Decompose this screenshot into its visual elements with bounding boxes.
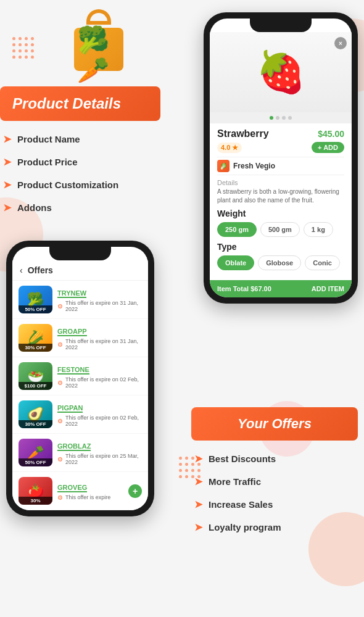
offer-clock-icon-4: ⚙ — [57, 418, 63, 424]
your-offers-section: Your Offers ➤ Best Discounts ➤ More Traf… — [191, 407, 358, 544]
offer-clock-icon: ⚙ — [57, 303, 63, 310]
your-offers-features-list: ➤ Best Discounts ➤ More Traffic ➤ Increa… — [191, 453, 358, 533]
grocery-bag-icon: 🥦🥕 — [68, 9, 130, 71]
your-offers-more-traffic: ➤ More Traffic — [194, 476, 352, 487]
image-dots-indicator — [210, 112, 352, 123]
product-price: $45.00 — [318, 129, 344, 139]
product-image-area: × 🍓 — [210, 32, 352, 112]
offer-badge-groblaz: 50% OFF — [19, 458, 52, 466]
type-pills: Oblate Globose Conic — [217, 255, 344, 270]
offer-content-festone: FESTONE ⚙ This offer is expire on 02 Feb… — [57, 363, 142, 389]
offer-image-groveg: 🍅 30% — [19, 477, 52, 505]
offer-add-button-groveg[interactable]: + — [128, 484, 142, 498]
your-offers-increase-sales: ➤ Increase Sales — [194, 499, 352, 510]
offer-expiry-groapp: ⚙ This offer is expire on 31 Jan, 2022 — [57, 338, 142, 350]
feature-item-customization: ➤ Product Customization — [3, 179, 160, 191]
weight-label: Weight — [217, 209, 344, 218]
offer-content-groblaz: GROBLAZ ⚙ This offer is expire on 25 Mar… — [57, 440, 142, 465]
weight-1kg[interactable]: 1 kg — [304, 222, 333, 237]
offer-expiry-pigpan: ⚙ This offer is expire on 02 Feb, 2022 — [57, 415, 142, 427]
offer-item-pigpan: 🥑 30% OFF PIGPAN ⚙ This offer is expire … — [12, 395, 148, 434]
grocery-icon-area: 🥦🥕 — [0, 0, 167, 86]
chevron-icon-1: ➤ — [3, 133, 11, 145]
offer-image-festone: 🥗 $100 OFF — [19, 362, 52, 390]
chevron-icon-4: ➤ — [3, 202, 11, 213]
product-info-area: Strawberry $45.00 4.0 ★ + ADD 🥬 Fresh Ve… — [210, 123, 352, 280]
dot-3 — [282, 116, 286, 120]
vendor-row: 🥬 Fresh Vegio — [217, 157, 344, 175]
type-oblate[interactable]: Oblate — [217, 255, 254, 270]
type-section: Type Oblate Globose Conic — [217, 242, 344, 270]
feature-item-addons: ➤ Addons — [3, 202, 160, 213]
your-offers-best-discounts: ➤ Best Discounts — [194, 453, 352, 465]
offer-code-trynew: TRYNEW — [57, 289, 86, 298]
feature-item-product-name: ➤ Product Name — [3, 133, 160, 145]
offer-badge-groapp: 30% OFF — [19, 344, 52, 352]
offer-badge-festone: $100 OFF — [19, 382, 52, 390]
offer-code-groveg: GROVEG — [57, 484, 87, 492]
phone-notch — [250, 19, 312, 32]
product-phone-mockup: × 🍓 Strawberry $45.00 — [204, 12, 358, 304]
your-offers-banner: Your Offers — [191, 407, 358, 441]
rating-badge: 4.0 ★ — [217, 143, 242, 153]
your-offers-loyalty: ➤ Loyalty program — [194, 521, 352, 533]
product-detail-screen: × 🍓 Strawberry $45.00 — [210, 32, 352, 297]
your-offers-title: Your Offers — [204, 416, 345, 432]
dot-1 — [270, 116, 273, 120]
feature-label-product-price: Product Price — [17, 157, 78, 167]
vendor-name: Fresh Vegio — [233, 162, 275, 170]
offer-image-trynew: 🥦 50% OFF — [19, 286, 52, 313]
product-details-title: Product Details — [12, 95, 148, 112]
rating-add-row: 4.0 ★ + ADD — [217, 142, 344, 153]
dot-2 — [276, 116, 279, 120]
feature-item-product-price: ➤ Product Price — [3, 156, 160, 168]
feature-label-addons: Addons — [17, 202, 52, 213]
type-globose[interactable]: Globose — [258, 255, 301, 270]
offer-clock-icon-6: ⚙ — [57, 494, 63, 501]
offer-item-trynew: 🥦 50% OFF TRYNEW ⚙ This offer is expire … — [12, 281, 148, 319]
offer-code-groblaz: GROBLAZ — [57, 442, 91, 451]
your-offers-label-1: Best Discounts — [209, 453, 276, 464]
offers-phone-mockup: ‹ Offers 🥦 50% OFF TRYNEW ⚙ This offer i… — [6, 241, 154, 516]
offer-clock-icon-5: ⚙ — [57, 456, 63, 463]
offer-expiry-groveg: ⚙ This offer is expire — [57, 494, 123, 501]
add-to-cart-button[interactable]: + ADD — [312, 142, 344, 153]
offers-screen-title: Offers — [28, 265, 53, 275]
type-conic[interactable]: Conic — [305, 255, 340, 270]
product-phone-screen: × 🍓 Strawberry $45.00 — [210, 19, 352, 297]
offer-code-festone: FESTONE — [57, 366, 89, 375]
product-title-row: Strawberry $45.00 — [217, 128, 344, 139]
close-button[interactable]: × — [334, 37, 347, 49]
item-total-label: Item Total $67.00 — [217, 285, 271, 292]
your-offers-label-2: More Traffic — [209, 476, 261, 487]
details-text: A strawberry is both a low-growing, flow… — [217, 188, 344, 205]
chevron-icon-3: ➤ — [3, 179, 11, 191]
dot-4 — [288, 116, 292, 120]
product-title: Strawberry — [217, 128, 269, 139]
offer-expiry-trynew: ⚙ This offer is expire on 31 Jan, 2022 — [57, 300, 142, 312]
offer-code-groapp: GROAPP — [57, 328, 87, 336]
offers-phone-section: ‹ Offers 🥦 50% OFF TRYNEW ⚙ This offer i… — [6, 241, 154, 516]
close-icon: × — [339, 40, 342, 47]
product-details-section: 🥦🥕 Product Details ➤ Product Name ➤ Prod… — [0, 0, 167, 225]
weight-500gm[interactable]: 500 gm — [260, 222, 300, 237]
your-offers-label-3: Increase Sales — [209, 499, 273, 510]
weight-250gm[interactable]: 250 gm — [217, 222, 257, 237]
weight-pills: 250 gm 500 gm 1 kg — [217, 222, 344, 237]
offers-phone-notch — [49, 247, 111, 260]
offers-header: ‹ Offers — [12, 260, 148, 281]
offer-image-groapp: 🌽 30% OFF — [19, 324, 52, 352]
offers-screen-content: ‹ Offers 🥦 50% OFF TRYNEW ⚙ This offer i… — [12, 260, 148, 510]
offer-badge-groveg: 30% — [19, 497, 52, 505]
product-details-text-area: Details A strawberry is both a low-growi… — [217, 179, 344, 205]
offer-expiry-festone: ⚙ This offer is expire on 02 Feb, 2022 — [57, 376, 142, 389]
product-phone-section: × 🍓 Strawberry $45.00 — [204, 12, 358, 304]
add-item-button[interactable]: ADD ITEM — [312, 285, 344, 292]
offer-code-pigpan: PIGPAN — [57, 404, 83, 413]
offer-item-groblaz: 🥕 50% OFF GROBLAZ ⚙ This offer is expire… — [12, 434, 148, 472]
chevron-icon-offers-4: ➤ — [194, 521, 202, 533]
chevron-icon-2: ➤ — [3, 156, 11, 168]
back-arrow-icon[interactable]: ‹ — [20, 265, 23, 275]
offers-phone-screen: ‹ Offers 🥦 50% OFF TRYNEW ⚙ This offer i… — [12, 247, 148, 510]
offer-clock-icon-3: ⚙ — [57, 379, 63, 386]
